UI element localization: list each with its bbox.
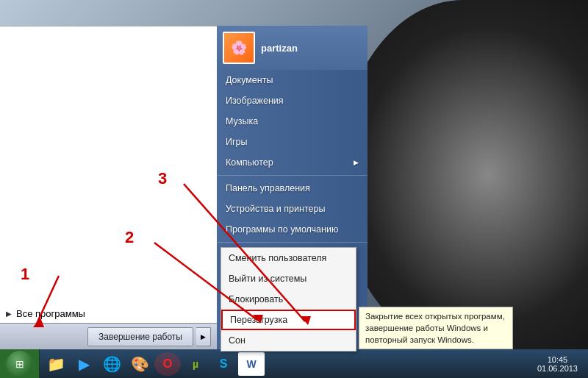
tooltip-box: Закрытие всех открытых программ, заверше…	[359, 307, 513, 349]
taskbar: ⊞ 📁 ▶ 🌐 🎨 O µ S W 10:45 01.06.2013	[0, 349, 588, 378]
skype-icon[interactable]: S	[210, 352, 237, 376]
all-programs-button[interactable]: ▶ Все программы	[0, 303, 217, 324]
shutdown-button[interactable]: Завершение работы	[87, 327, 193, 346]
word-icon[interactable]: W	[238, 352, 265, 376]
shutdown-submenu: Сменить пользователя Выйти из системы Бл…	[220, 247, 356, 352]
clock-time: 10:45	[548, 355, 568, 364]
menu-item-computer[interactable]: Компьютер ▶	[217, 152, 368, 173]
opera-icon[interactable]: O	[154, 352, 181, 376]
menu-item-pictures[interactable]: Изображения	[217, 90, 368, 111]
start-orb-icon: ⊞	[7, 351, 33, 377]
shutdown-submenu-button[interactable]: ▶	[196, 327, 211, 346]
menu-item-music[interactable]: Музыка	[217, 111, 368, 132]
menu-item-games[interactable]: Игры	[217, 132, 368, 152]
menu-separator-1	[217, 175, 368, 176]
submenu-lock[interactable]: Блокировать	[221, 289, 356, 310]
submenu-arrow-icon: ▶	[354, 159, 359, 166]
menu-item-documents[interactable]: Документы	[217, 70, 368, 90]
clock[interactable]: 10:45 01.06.2013	[531, 355, 584, 373]
user-name: partizan	[261, 43, 298, 54]
shutdown-arrow-icon: ▶	[201, 333, 206, 340]
start-menu-left: ▶ Все программы 🔍	[0, 26, 217, 349]
menu-separator-2	[217, 242, 368, 243]
chrome-icon[interactable]: 🌐	[98, 352, 125, 376]
taskbar-icons: 📁 ▶ 🌐 🎨 O µ S W	[40, 349, 527, 378]
media-player-icon[interactable]: ▶	[71, 352, 97, 376]
tooltip-text: Закрытие всех открытых программ, заверше…	[365, 312, 505, 344]
explorer-icon[interactable]: 📁	[43, 352, 69, 376]
user-avatar: 🌸	[223, 32, 255, 64]
submenu-restart[interactable]: Перезагрузка	[221, 310, 356, 330]
shutdown-row: Завершение работы ▶	[0, 323, 217, 349]
system-tray: 10:45 01.06.2013	[527, 349, 588, 378]
menu-item-default-programs[interactable]: Программы по умолчанию	[217, 219, 368, 240]
submenu-switch-user[interactable]: Сменить пользователя	[221, 248, 356, 268]
wallpaper-wheel	[338, 0, 588, 349]
submenu-sleep[interactable]: Сон	[221, 330, 356, 351]
all-programs-arrow-icon: ▶	[6, 310, 12, 318]
menu-item-control-panel[interactable]: Панель управления	[217, 178, 368, 199]
paint-icon[interactable]: 🎨	[126, 352, 153, 376]
user-info-panel: 🌸 partizan	[217, 26, 368, 70]
all-programs-label: Все программы	[16, 308, 85, 319]
start-button[interactable]: ⊞	[0, 349, 40, 378]
menu-item-devices[interactable]: Устройства и принтеры	[217, 199, 368, 219]
utorrent-icon[interactable]: µ	[182, 352, 209, 376]
clock-date: 01.06.2013	[537, 364, 578, 373]
submenu-sign-out[interactable]: Выйти из системы	[221, 268, 356, 289]
start-menu-programs-list	[0, 26, 217, 305]
